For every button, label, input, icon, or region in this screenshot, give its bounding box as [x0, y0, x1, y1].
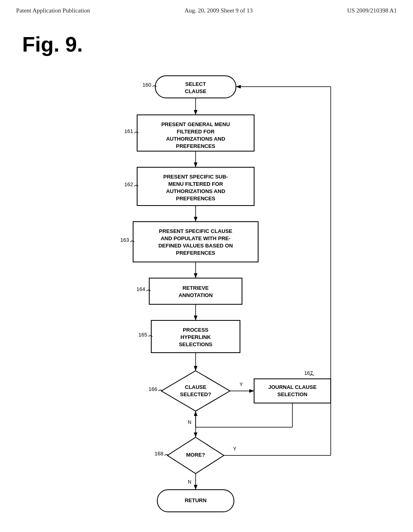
svg-marker-37 — [161, 371, 230, 411]
svg-text:SELECTION: SELECTION — [277, 391, 307, 397]
svg-text:MORE?: MORE? — [186, 452, 205, 458]
svg-text:160: 160 — [142, 82, 151, 88]
svg-text:Y: Y — [240, 382, 243, 387]
svg-text:CLAUSE: CLAUSE — [185, 88, 206, 94]
svg-text:PRESENT SPECIFIC SUB-: PRESENT SPECIFIC SUB- — [163, 174, 228, 180]
header-right: US 2009/210398 A1 — [347, 7, 397, 14]
svg-text:SELECTED?: SELECTED? — [180, 391, 211, 397]
svg-text:N: N — [188, 479, 192, 485]
svg-text:PREFERENCES: PREFERENCES — [176, 195, 215, 202]
svg-text:N: N — [188, 420, 192, 425]
svg-text:161: 161 — [124, 128, 133, 134]
svg-text:SELECTIONS: SELECTIONS — [179, 341, 212, 347]
svg-text:MENU FILTERED FOR: MENU FILTERED FOR — [168, 181, 223, 187]
svg-rect-26 — [149, 278, 242, 304]
svg-text:165: 165 — [138, 332, 147, 338]
flowchart: SELECT CLAUSE 160 PRESENT GENERAL MENU F… — [0, 40, 413, 524]
svg-text:SELECT: SELECT — [185, 81, 206, 87]
svg-text:FILTERED FOR: FILTERED FOR — [177, 129, 215, 135]
svg-text:164: 164 — [136, 286, 145, 292]
header-middle: Aug. 20, 2009 Sheet 9 of 13 — [184, 7, 252, 14]
svg-text:PROCESS: PROCESS — [183, 327, 209, 333]
svg-text:163: 163 — [120, 237, 129, 243]
svg-text:RETRIEVE: RETRIEVE — [182, 285, 209, 291]
svg-text:PREFERENCES: PREFERENCES — [176, 250, 215, 256]
header-left: Patent Application Publication — [16, 7, 90, 14]
svg-text:166: 166 — [148, 386, 157, 392]
svg-text:CLAUSE: CLAUSE — [185, 384, 206, 390]
svg-rect-43 — [254, 379, 331, 403]
svg-text:AND POPULATE WITH PRE-: AND POPULATE WITH PRE- — [161, 235, 230, 241]
svg-text:HYPERLINK: HYPERLINK — [180, 334, 211, 340]
svg-text:JOURNAL CLAUSE: JOURNAL CLAUSE — [268, 384, 317, 390]
svg-text:ANNOTATION: ANNOTATION — [179, 292, 213, 298]
svg-text:168: 168 — [154, 451, 163, 457]
svg-text:AUTHORIZATIONS AND: AUTHORIZATIONS AND — [166, 188, 225, 194]
svg-text:Y: Y — [233, 446, 236, 452]
svg-text:167: 167 — [304, 370, 313, 376]
page-header: Patent Application Publication Aug. 20, … — [0, 0, 413, 14]
svg-text:PRESENT GENERAL MENU: PRESENT GENERAL MENU — [161, 121, 230, 127]
svg-text:162: 162 — [124, 181, 133, 187]
svg-text:AUTHORIZATIONS AND: AUTHORIZATIONS AND — [166, 136, 225, 142]
svg-text:RETURN: RETURN — [185, 497, 206, 503]
svg-text:PREFERENCES: PREFERENCES — [176, 143, 215, 149]
svg-text:DEFINED VALUES BASED ON: DEFINED VALUES BASED ON — [159, 243, 233, 249]
svg-text:PRESENT SPECIFIC CLAUSE: PRESENT SPECIFIC CLAUSE — [159, 228, 232, 234]
